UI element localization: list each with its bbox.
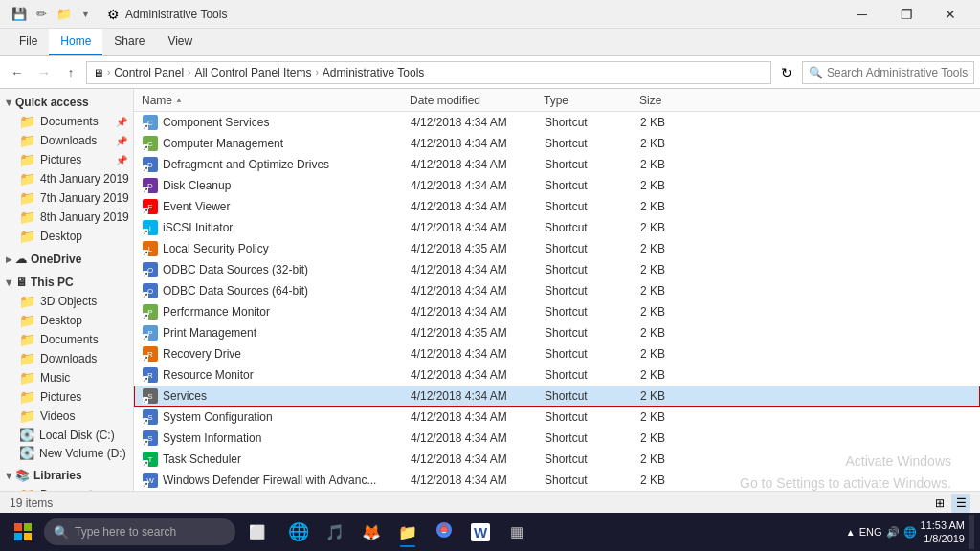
details-view-button[interactable]: ☰ bbox=[951, 494, 970, 513]
sidebar-item-8th-jan[interactable]: 📁 8th January 2019 bbox=[0, 208, 133, 227]
taskbar-app-misc[interactable]: ▦ bbox=[500, 515, 534, 549]
file-icon: S ↗ bbox=[143, 430, 158, 446]
sidebar-item-7th-jan[interactable]: 📁 7th January 2019 bbox=[0, 188, 133, 208]
taskbar-search-input[interactable] bbox=[75, 525, 226, 539]
clock-date: 1/8/2019 bbox=[921, 532, 965, 545]
this-pc-icon: 🖥 bbox=[15, 276, 27, 289]
sidebar-item-4th-jan[interactable]: 📁 4th January 2019 bbox=[0, 169, 133, 188]
file-icon: O ↗ bbox=[143, 283, 158, 298]
sidebar-section-quick-access: ▶ Quick access 📁 Documents 📌 📁 Downloads… bbox=[0, 93, 133, 246]
sidebar-header-onedrive[interactable]: ▶ ☁ OneDrive bbox=[0, 250, 133, 269]
tab-view[interactable]: View bbox=[156, 29, 204, 55]
tab-file[interactable]: File bbox=[8, 29, 49, 55]
maximize-button[interactable]: ❐ bbox=[884, 0, 928, 29]
save-icon[interactable]: 💾 bbox=[8, 5, 31, 23]
sidebar-item-new-volume[interactable]: 💽 New Volume (D:) bbox=[0, 444, 133, 462]
table-row[interactable]: D ↗ Disk Cleanup 4/12/2018 4:34 AMShortc… bbox=[134, 175, 980, 196]
path-admin-tools[interactable]: Administrative Tools bbox=[323, 66, 425, 79]
sidebar-item-documents-pc[interactable]: 📁 Documents bbox=[0, 330, 133, 349]
sidebar-item-lib-docs[interactable]: 📁 Documents bbox=[0, 485, 133, 491]
col-header-size[interactable]: Size bbox=[635, 94, 712, 107]
sidebar-header-quick-access[interactable]: ▶ Quick access bbox=[0, 93, 133, 112]
start-button[interactable] bbox=[6, 515, 40, 549]
sidebar-header-libraries[interactable]: ▶ 📚 Libraries bbox=[0, 466, 133, 485]
table-row[interactable]: O ↗ ODBC Data Sources (32-bit) 4/12/2018… bbox=[134, 259, 980, 280]
table-row[interactable]: P ↗ Print Management 4/12/2018 4:35 AMSh… bbox=[134, 322, 980, 343]
undo-icon[interactable]: ✏ bbox=[33, 5, 51, 23]
sidebar-item-documents[interactable]: 📁 Documents 📌 bbox=[0, 112, 133, 131]
tab-share[interactable]: Share bbox=[102, 29, 156, 55]
sidebar-item-pictures-pc[interactable]: 📁 Pictures bbox=[0, 387, 133, 407]
col-header-name[interactable]: Name ▲ bbox=[138, 94, 406, 107]
up-button[interactable]: ↑ bbox=[59, 61, 82, 84]
ribbon: File Home Share View bbox=[0, 29, 980, 56]
task-view-button[interactable]: ⬜ bbox=[239, 515, 274, 549]
taskbar-app-folder[interactable]: 📁 bbox=[390, 515, 425, 549]
table-row[interactable]: L ↗ Local Security Policy 4/12/2018 4:35… bbox=[134, 238, 980, 259]
sidebar-item-downloads-pc[interactable]: 📁 Downloads bbox=[0, 349, 133, 368]
taskbar-clock[interactable]: 11:53 AM 1/8/2019 bbox=[921, 518, 965, 546]
network-icon[interactable]: 🌐 bbox=[903, 526, 917, 539]
taskbar-app-firefox[interactable]: 🦊 bbox=[354, 515, 389, 549]
sidebar-item-pictures[interactable]: 📁 Pictures 📌 bbox=[0, 150, 133, 169]
sidebar-item-desktop-pc[interactable]: 📁 Desktop bbox=[0, 311, 133, 330]
table-row[interactable]: D ↗ Defragment and Optimize Drives 4/12/… bbox=[134, 154, 980, 175]
col-header-date[interactable]: Date modified bbox=[406, 94, 540, 107]
show-desktop-button[interactable] bbox=[969, 515, 974, 549]
properties-icon[interactable]: 📁 bbox=[53, 5, 76, 23]
col-header-type[interactable]: Type bbox=[540, 94, 635, 107]
table-row[interactable]: E ↗ Event Viewer 4/12/2018 4:34 AMShortc… bbox=[134, 196, 980, 217]
path-all-items[interactable]: All Control Panel Items bbox=[194, 66, 311, 79]
table-row[interactable]: P ↗ Performance Monitor 4/12/2018 4:34 A… bbox=[134, 301, 980, 322]
forward-button[interactable]: → bbox=[33, 61, 56, 84]
table-row[interactable]: S ↗ System Configuration 4/12/2018 4:34 … bbox=[134, 407, 980, 428]
file-date: 4/12/2018 4:34 AM bbox=[407, 431, 541, 445]
table-row[interactable]: T ↗ Task Scheduler 4/12/2018 4:34 AMShor… bbox=[134, 449, 980, 470]
table-row[interactable]: i ↗ iSCSI Initiator 4/12/2018 4:34 AMSho… bbox=[134, 217, 980, 238]
taskbar-search-box[interactable]: 🔍 bbox=[44, 518, 235, 545]
pictures-pc-icon: 📁 bbox=[19, 389, 35, 405]
taskbar-app-edge[interactable]: 🌐 bbox=[281, 515, 316, 549]
clock-time: 11:53 AM bbox=[921, 518, 965, 532]
system-tray: ▲ ENG 🔊 🌐 bbox=[846, 526, 917, 539]
sidebar-item-downloads[interactable]: 📁 Downloads 📌 bbox=[0, 131, 133, 150]
svg-rect-3 bbox=[24, 533, 32, 540]
tray-up-arrow-icon[interactable]: ▲ bbox=[846, 527, 856, 538]
search-box[interactable]: 🔍 bbox=[802, 61, 974, 84]
table-row[interactable]: R ↗ Resource Monitor 4/12/2018 4:34 AMSh… bbox=[134, 364, 980, 386]
minimize-button[interactable]: ─ bbox=[840, 0, 884, 29]
taskbar-app-chrome[interactable] bbox=[427, 515, 461, 549]
sidebar-item-videos[interactable]: 📁 Videos bbox=[0, 407, 133, 426]
folder-app-icon: 📁 bbox=[398, 523, 417, 541]
search-input[interactable] bbox=[827, 66, 968, 79]
sidebar-item-local-disk[interactable]: 💽 Local Disk (C:) bbox=[0, 426, 133, 444]
tab-home[interactable]: Home bbox=[49, 29, 102, 55]
table-row[interactable]: S ↗ Services 4/12/2018 4:34 AMShortcut2 … bbox=[134, 386, 980, 407]
main-layout: ▶ Quick access 📁 Documents 📌 📁 Downloads… bbox=[0, 89, 980, 491]
sidebar-item-3d-objects[interactable]: 📁 3D Objects bbox=[0, 292, 133, 311]
speaker-icon[interactable]: 🔊 bbox=[886, 526, 900, 539]
refresh-button[interactable]: ↻ bbox=[775, 61, 798, 84]
sidebar-item-desktop-qa[interactable]: 📁 Desktop bbox=[0, 227, 133, 246]
table-row[interactable]: R ↗ Recovery Drive 4/12/2018 4:34 AMShor… bbox=[134, 343, 980, 364]
list-view-button[interactable]: ⊞ bbox=[930, 494, 949, 513]
lang-indicator[interactable]: ENG bbox=[859, 526, 882, 538]
file-date: 4/12/2018 4:34 AM bbox=[407, 305, 541, 319]
desktop-pc-icon: 📁 bbox=[19, 313, 35, 328]
table-row[interactable]: W ↗ Windows Defender Firewall with Advan… bbox=[134, 470, 980, 491]
file-name: Event Viewer bbox=[163, 200, 230, 213]
table-row[interactable]: S ↗ System Information 4/12/2018 4:34 AM… bbox=[134, 428, 980, 449]
taskbar-app-vlc[interactable]: 🎵 bbox=[318, 515, 352, 549]
sidebar-header-this-pc[interactable]: ▶ 🖥 This PC bbox=[0, 273, 133, 292]
close-button[interactable]: ✕ bbox=[928, 0, 972, 29]
table-row[interactable]: C ↗ Computer Management 4/12/2018 4:34 A… bbox=[134, 133, 980, 154]
table-row[interactable]: O ↗ ODBC Data Sources (64-bit) 4/12/2018… bbox=[134, 280, 980, 301]
sort-arrow-icon: ▲ bbox=[175, 96, 183, 104]
address-path[interactable]: 🖥 › Control Panel › All Control Panel It… bbox=[86, 61, 771, 84]
dropdown-arrow-icon[interactable]: ▼ bbox=[78, 8, 94, 21]
back-button[interactable]: ← bbox=[6, 61, 29, 84]
table-row[interactable]: C ↗ Component Services 4/12/2018 4:34 AM… bbox=[134, 112, 980, 133]
sidebar-item-music[interactable]: 📁 Music bbox=[0, 368, 133, 387]
taskbar-app-word[interactable]: W bbox=[463, 515, 498, 549]
path-control-panel[interactable]: Control Panel bbox=[114, 66, 184, 79]
